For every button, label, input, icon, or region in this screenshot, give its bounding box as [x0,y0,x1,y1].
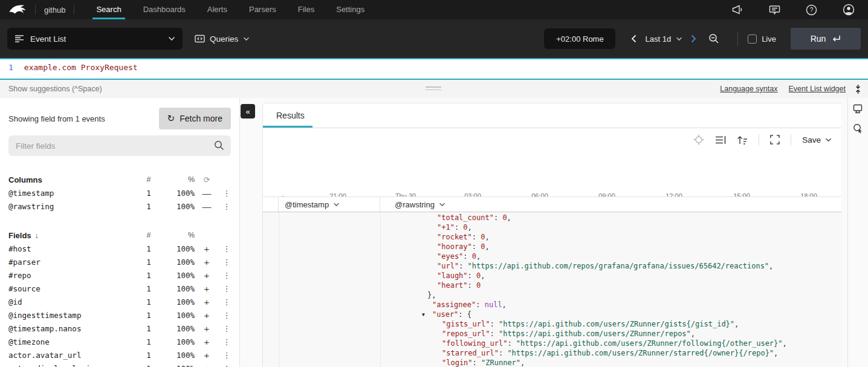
live-toggle[interactable]: Live [748,34,776,44]
zoom-out-time-icon[interactable] [708,33,719,44]
field-name[interactable]: @id [8,297,137,307]
row-menu-button[interactable]: ⋮ [219,271,235,280]
field-name[interactable]: #repo [8,271,137,280]
field-name[interactable]: #parser [8,258,137,267]
add-field-button[interactable]: + [195,297,219,307]
crowdstrike-falcon-logo-icon[interactable] [8,4,27,16]
time-forward-icon[interactable] [691,34,696,43]
add-field-button[interactable]: + [195,350,219,360]
query-editor[interactable]: 1 example.com ProxyRequest [0,58,868,80]
field-name[interactable]: #source [8,284,137,293]
live-checkbox[interactable] [748,34,757,44]
view-selector-dropdown[interactable]: Event List [7,28,183,50]
field-name[interactable]: @rawstring [8,202,137,211]
row-menu-button[interactable]: ⋮ [219,351,235,360]
fetch-more-button[interactable]: ↻ Fetch more [159,108,231,129]
add-field-button[interactable]: + [195,244,219,254]
save-label: Save [802,135,821,145]
field-count: 1 [137,364,161,367]
nav-settings[interactable]: Settings [336,0,364,19]
json-line: "hooray": 0, [437,242,490,252]
row-menu-button[interactable]: ⋮ [219,297,235,307]
nav-dashboards[interactable]: Dashboards [143,0,186,19]
add-field-button[interactable]: + [195,310,219,320]
column-action-button[interactable]: — [195,201,219,212]
percent-header: % [161,175,195,184]
save-dropdown[interactable]: Save [802,135,832,145]
field-name[interactable]: #host [8,244,137,253]
row-menu-button[interactable]: ⋮ [219,364,235,367]
timestamp-column-header[interactable]: @timestamp [279,197,380,212]
editor-resize-handle[interactable] [426,86,441,92]
row-menu-button[interactable]: ⋮ [219,284,235,293]
search-icon [214,140,224,151]
field-percent: 100% [161,351,195,360]
field-name[interactable]: actor.avatar_url [8,351,137,360]
add-field-button[interactable]: + [195,257,219,267]
user-avatar-icon[interactable] [843,4,855,16]
event-list-widget-link[interactable]: Event List widget [789,85,846,93]
field-name[interactable]: @ingesttimestamp [8,311,137,320]
tab-results[interactable]: Results [276,103,305,128]
add-field-button[interactable]: + [195,270,219,281]
repository-name[interactable]: github [44,5,65,15]
row-density-icon[interactable] [715,135,726,145]
inspect-search-icon[interactable] [853,123,863,134]
field-name[interactable]: @timezone [8,337,137,346]
field-name[interactable]: @timestamp [8,189,137,198]
sort-ascending-icon[interactable] [737,135,748,145]
column-action-button[interactable]: — [195,188,219,198]
nav-parsers[interactable]: Parsers [249,0,276,19]
add-field-button[interactable]: + [195,363,219,367]
nav-alerts[interactable]: Alerts [207,0,227,19]
add-field-button[interactable]: + [195,323,219,334]
field-row-@ingesttimestamp: @ingesttimestamp1100%+⋮ [0,308,239,322]
search-toolbar: Event List Queries +02:00 Rome Last 1d [0,19,868,58]
sort-descending-icon[interactable]: ↓ [35,232,39,240]
row-menu-button[interactable]: ⋮ [219,244,235,253]
add-field-button[interactable]: + [195,284,219,294]
language-syntax-link[interactable]: Language syntax [720,85,777,93]
timezone-button[interactable]: +02:00 Rome [544,28,615,49]
count-header: # [137,231,161,239]
divider [74,5,74,15]
run-button[interactable]: Run [791,28,861,50]
queries-dropdown[interactable]: Queries [195,34,250,44]
row-menu-button[interactable]: ⋮ [219,189,235,198]
row-menu-button[interactable]: ⋮ [219,258,235,267]
row-menu-button[interactable]: ⋮ [219,311,235,320]
collapse-fields-panel-button[interactable]: « [241,104,255,119]
view-selector-label: Event List [30,34,66,44]
time-range-label: Last 1d [645,34,671,44]
field-name[interactable]: @timestamp.nanos [8,324,137,333]
rawstring-column-header[interactable]: @rawstring [380,197,841,212]
row-menu-button[interactable]: ⋮ [219,337,235,346]
crosshair-icon[interactable] [693,134,704,145]
collapse-node-icon[interactable]: ▼ [422,310,425,320]
time-range-dropdown[interactable]: Last 1d [645,34,682,44]
time-back-icon[interactable] [631,34,636,43]
add-field-button[interactable]: + [195,337,219,347]
announcements-icon[interactable] [731,5,743,15]
nav-files[interactable]: Files [298,0,314,19]
field-row-#source: #source1100%+⋮ [0,282,239,295]
columns-header: Columns # % ⟳ [0,173,239,186]
nav-search[interactable]: Search [96,0,121,19]
collapse-vertical-icon[interactable] [854,85,862,94]
fields-list: Columns # % ⟳ @timestamp1100%—⋮@rawstrin… [0,173,239,367]
row-menu-button[interactable]: ⋮ [219,202,235,211]
filter-fields-input[interactable] [8,135,231,156]
results-table-body[interactable]: "total_count": 0,"+1": 0,"rocket": 0,"ho… [263,212,841,367]
sync-columns-icon[interactable]: ⟳ [195,175,219,184]
field-name[interactable]: actor.display_login [8,364,137,367]
event-histogram[interactable]: 1 21:00Thu 3003:0006:0009:0012:0015:0018… [263,147,841,196]
feedback-icon[interactable] [769,5,780,15]
fields-summary: Showing field from 1 events [8,114,105,123]
fullscreen-icon[interactable] [770,135,780,145]
display-panel-icon[interactable] [853,104,863,114]
help-icon[interactable]: ? [806,4,817,16]
json-line: ▼"user": { [432,310,471,319]
query-text[interactable]: example.com ProxyRequest [24,63,138,72]
count-header: # [137,175,161,184]
row-menu-button[interactable]: ⋮ [219,324,235,333]
